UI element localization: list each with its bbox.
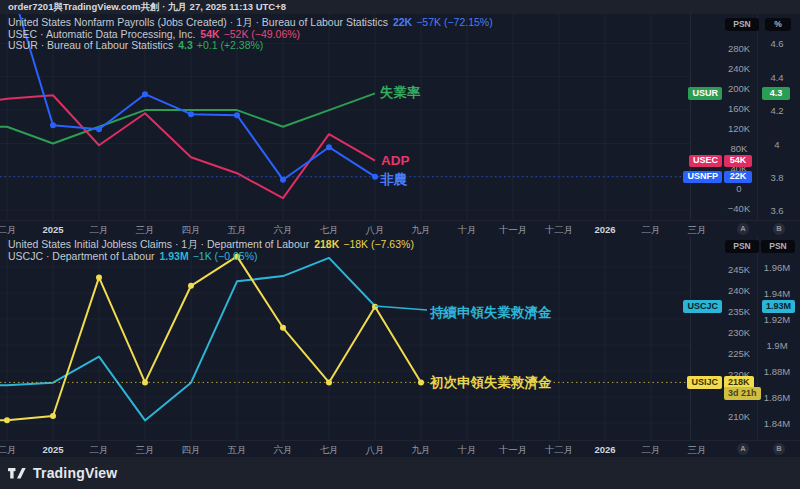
time-axis-label: 三月 [677,444,717,457]
price-tick: 1.86M [754,392,800,403]
auto-scale-button-B[interactable]: B [773,223,785,235]
legend-symbol-title: USEC · Automatic Data Processing, Inc. [8,28,195,40]
series-marker-USIJC [418,379,424,385]
annotation-connector [375,306,427,310]
series-marker-USNFP [142,91,148,97]
legend-change-value: −52K (−49.06%) [224,28,300,40]
price-tick: 230K [712,327,766,338]
price-tick: 1.84M [754,418,800,429]
price-badge-USNFP: USNFP [683,171,722,184]
price-badge-USEC: USEC [689,155,722,168]
time-axis-label: 七月 [309,444,349,457]
time-axis-label: 十一月 [493,224,533,237]
time-axis-label: 六月 [263,444,303,457]
legend-row[interactable]: USUR · Bureau of Labour Statistics4.3+0.… [8,40,493,52]
titlebar-text: order7201與TradingView.com共創 · 九月 27, 202… [8,1,286,12]
time-axis-label: 二月 [631,444,671,457]
series-marker-USIJC [96,274,102,280]
time-axis-label: 二月 [631,224,671,237]
time-axis-label: 四月 [171,224,211,237]
series-line-USCJC [0,258,375,421]
time-axis-label: 十月 [447,444,487,457]
price-tick: 4.4 [754,72,800,83]
time-axis-label: 九月 [401,444,441,457]
legend-change-value: +0.1 (+2.38%) [197,39,264,51]
chart-panel-2: 持續申領失業救濟金初次申領失業救濟金PSN245K240K235K230K225… [0,236,800,440]
time-axis-label: 十月 [447,224,487,237]
price-badge-3d-21h: 3d 21h [724,387,761,400]
chart-legend: United States Initial Jobless Claims · 1… [8,239,414,262]
series-marker-USNFP [188,111,194,117]
time-axis-label: 2026 [585,224,625,235]
time-axis-label: 五月 [217,224,257,237]
time-axis-1[interactable]: 二月2025二月三月四月五月六月七月八月九月十月十一月十二月2026二月三月AB [0,220,800,237]
price-scale-mode-button[interactable]: PSN [761,240,795,253]
time-axis-label: 七月 [309,224,349,237]
legend-last-value: 54K [200,28,219,40]
series-marker-USIJC [326,379,332,385]
price-badge-22K: 22K [724,171,752,184]
price-badge-USIJC: USIJC [687,376,722,389]
legend-symbol-title: USUR · Bureau of Labour Statistics [8,39,173,51]
time-axis-label: 八月 [355,224,395,237]
series-marker-USIJC [142,379,148,385]
time-axis-label: 2025 [33,444,73,455]
time-axis-label: 2025 [33,224,73,235]
tradingview-logo-icon[interactable] [8,467,26,479]
price-badge-1.93M: 1.93M [762,300,795,313]
annotation-label: 失業率 [380,85,421,100]
time-axis-label: 2026 [585,444,625,455]
legend-last-value: 22K [393,16,412,28]
time-axis-label: 十一月 [493,444,533,457]
price-badge-USCJC: USCJC [683,300,722,313]
time-axis-label: 九月 [401,224,441,237]
auto-scale-button-A[interactable]: A [737,223,749,235]
time-axis-label: 二月 [0,224,27,237]
chart-legend: United States Nonfarm Payrolls (Jobs Cre… [8,17,493,52]
series-marker-USNFP [280,177,286,183]
series-line-USUR [0,93,375,143]
price-tick: 1.92M [754,314,800,325]
price-tick: 120K [712,123,766,134]
annotation-label: ADP [381,153,410,168]
series-marker-USIJC [188,283,194,289]
annotation-label: 非農 [380,172,408,187]
legend-last-value: 4.3 [178,39,193,51]
legend-symbol-title: USCJC · Department of Labour [8,250,154,262]
legend-change-value: −57K (−72.15%) [416,16,492,28]
series-marker-USIJC [280,325,286,331]
price-tick: 1.88M [754,366,800,377]
price-scale-mode-button[interactable]: % [765,18,791,31]
price-tick: 3.6 [754,205,800,216]
series-marker-USNFP [372,174,378,180]
price-tick: 4.6 [754,38,800,49]
series-marker-USIJC [50,413,56,419]
auto-scale-button-B[interactable]: B [773,443,785,455]
time-axis-label: 二月 [79,224,119,237]
time-axis-label: 三月 [125,224,165,237]
time-axis-2[interactable]: 二月2025二月三月四月五月六月七月八月九月十月十一月十二月2026二月三月AB [0,440,800,458]
legend-row[interactable]: USCJC · Department of Labour1.93M−1K (−0… [8,251,414,263]
annotation-label: 初次申領失業救濟金 [429,374,552,390]
window-titlebar: order7201與TradingView.com共創 · 九月 27, 202… [0,0,800,14]
price-tick: 3.8 [754,172,800,183]
price-badge-USUR: USUR [688,87,722,100]
price-badge-54K: 54K [724,155,752,168]
price-scale-mode-button[interactable]: PSN [725,240,759,253]
time-axis-label: 十二月 [539,444,579,457]
price-badge-4.3: 4.3 [762,87,790,100]
price-tick: 4.2 [754,105,800,116]
legend-change-value: −18K (−7.63%) [343,238,414,250]
annotation-label: 持續申領失業救濟金 [429,305,552,320]
legend-symbol-title: United States Nonfarm Payrolls (Jobs Cre… [8,16,388,28]
legend-last-value: 1.93M [159,250,188,262]
chart-pane-svg: 持續申領失業救濟金初次申領失業救濟金 [0,236,690,440]
time-axis-label: 五月 [217,444,257,457]
time-axis-label: 二月 [79,444,119,457]
auto-scale-button-A[interactable]: A [737,443,749,455]
price-tick: 1.94M [754,288,800,299]
tradingview-brand-text[interactable]: TradingView [33,465,117,481]
price-scale-mode-button[interactable]: PSN [725,18,759,31]
series-marker-USNFP [50,122,56,128]
time-axis-label: 十二月 [539,224,579,237]
